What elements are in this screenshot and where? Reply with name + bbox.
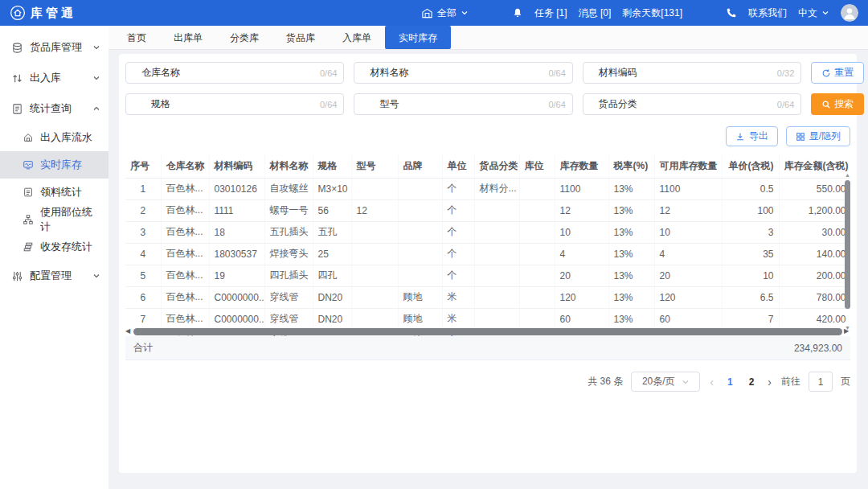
sidebar-item-usage-location-stats[interactable]: 使用部位统计 bbox=[0, 206, 108, 233]
list-icon bbox=[23, 187, 34, 198]
tab-outbound-order[interactable]: 出库单 bbox=[160, 26, 216, 49]
topbar: 库管通 全部 任务 [1] 消息 [0] 剩余天数[131] 联系我们 中文 bbox=[0, 0, 868, 26]
sidebar-item-send-receive-stats[interactable]: 收发存统计 bbox=[0, 233, 108, 261]
page-size-select[interactable]: 20条/页 bbox=[631, 372, 700, 392]
in-out-arrows-icon bbox=[11, 72, 23, 84]
vertical-scrollbar[interactable] bbox=[845, 180, 850, 309]
cell-amount: 140.00 bbox=[779, 243, 850, 265]
column-header: 规格 bbox=[313, 154, 351, 178]
tab-realtime-inventory[interactable]: 实时库存 bbox=[385, 26, 451, 49]
cell-brand bbox=[398, 221, 442, 243]
download-icon bbox=[735, 132, 745, 142]
table-row[interactable]: 5 百色林... 19 四孔插头 四孔 个 20 bbox=[125, 265, 850, 286]
model-input[interactable] bbox=[424, 94, 548, 114]
column-header: 库存数量 bbox=[555, 154, 608, 178]
page-number-2[interactable]: 2 bbox=[745, 376, 759, 388]
horizontal-scrollbar[interactable]: ◀ ▶ bbox=[125, 327, 850, 336]
spec-input[interactable] bbox=[195, 94, 320, 114]
sidebar-item-label: 实时库存 bbox=[40, 158, 82, 172]
cell-index: 3 bbox=[125, 221, 161, 243]
field-label: 材料编码 bbox=[583, 66, 653, 80]
show-hide-columns-button[interactable]: 显/隐列 bbox=[786, 126, 850, 146]
cell-available-qty: 20 bbox=[654, 265, 722, 286]
warehouse-name-input[interactable] bbox=[195, 63, 320, 83]
sidebar-item-goods-management[interactable]: 货品库管理 bbox=[0, 32, 108, 63]
sidebar-item-label: 货品库管理 bbox=[30, 40, 82, 55]
table-row[interactable]: 1 百色林... 03010126 自攻螺丝 M3×10 个 材料分... bbox=[125, 178, 850, 199]
tab-goods-library[interactable]: 货品库 bbox=[272, 26, 329, 49]
cell-location bbox=[519, 199, 555, 221]
material-code-field[interactable]: 材料编码 0/32 bbox=[583, 62, 801, 84]
cell-model bbox=[351, 265, 398, 286]
table-row[interactable]: 4 百色林... 18030537 焊接弯头 25 个 4 bbox=[125, 243, 850, 265]
cell-stock-qty: 12 bbox=[555, 199, 608, 221]
table-row[interactable]: 2 百色林... 1111 螺母一号 56 12 个 12 bbox=[125, 199, 850, 221]
column-header: 材料编码 bbox=[209, 154, 264, 178]
field-label: 仓库名称 bbox=[126, 66, 195, 80]
cell-warehouse: 百色林... bbox=[161, 265, 209, 286]
page-number-1[interactable]: 1 bbox=[723, 376, 737, 388]
column-header: 序号 bbox=[125, 154, 161, 178]
warehouse-name-field[interactable]: 仓库名称 0/64 bbox=[125, 62, 344, 84]
messages-link[interactable]: 消息 [0] bbox=[579, 6, 612, 20]
export-button[interactable]: 导出 bbox=[726, 126, 778, 146]
cell-material-code: 18030537 bbox=[209, 243, 264, 265]
sidebar: 货品库管理 出入库 统计查询 bbox=[0, 26, 108, 489]
column-header: 品牌 bbox=[398, 154, 442, 178]
sidebar-item-in-out[interactable]: 出入库 bbox=[0, 63, 108, 93]
search-button[interactable]: 搜索 bbox=[811, 93, 864, 115]
cell-tax-rate: 13% bbox=[608, 286, 654, 308]
spec-field[interactable]: 规格 0/64 bbox=[125, 93, 344, 115]
content-panel: 仓库名称 0/64 材料名称 0/64 材料编码 0/32 bbox=[119, 54, 857, 473]
material-name-field[interactable]: 材料名称 0/64 bbox=[354, 62, 572, 84]
cell-unit: 个 bbox=[442, 199, 474, 221]
tab-inbound-order[interactable]: 入库单 bbox=[329, 26, 385, 49]
cell-index: 1 bbox=[125, 178, 161, 199]
field-label: 型号 bbox=[354, 97, 424, 111]
sidebar-item-statistics[interactable]: 统计查询 bbox=[0, 93, 108, 124]
cell-warehouse: 百色林... bbox=[161, 199, 209, 221]
goods-category-field[interactable]: 货品分类 0/64 bbox=[583, 93, 801, 115]
cell-unit-price: 100 bbox=[722, 199, 779, 221]
warehouse-scope-selector[interactable]: 全部 bbox=[421, 6, 469, 20]
user-avatar[interactable] bbox=[841, 4, 858, 22]
horizontal-scroll-thumb[interactable] bbox=[133, 328, 842, 335]
cell-material-name: 穿线管 bbox=[264, 286, 313, 308]
material-name-input[interactable] bbox=[424, 63, 548, 83]
cell-category bbox=[474, 265, 519, 286]
scroll-left-arrow-icon[interactable]: ◀ bbox=[125, 327, 132, 336]
tasks-link[interactable]: 任务 [1] bbox=[534, 6, 567, 20]
contact-us-link[interactable]: 联系我们 bbox=[748, 6, 787, 20]
scroll-up-arrow-icon[interactable]: ▲ bbox=[845, 172, 850, 178]
table-row[interactable]: 6 百色林... C0000000... 穿线管 DN20 顾地 米 12 bbox=[125, 286, 850, 308]
sidebar-item-label: 统计查询 bbox=[30, 101, 72, 116]
field-label: 规格 bbox=[126, 97, 195, 111]
scroll-right-arrow-icon[interactable]: ▶ bbox=[844, 327, 850, 336]
model-field[interactable]: 型号 0/64 bbox=[354, 93, 572, 115]
sidebar-item-config-management[interactable]: 配置管理 bbox=[0, 261, 108, 291]
sidebar-item-label: 出入库流水 bbox=[40, 130, 92, 145]
prev-page-button[interactable]: ‹ bbox=[708, 376, 715, 388]
refresh-icon bbox=[821, 68, 831, 78]
cell-model bbox=[351, 221, 398, 243]
material-code-input[interactable] bbox=[653, 63, 777, 83]
tab-category-library[interactable]: 分类库 bbox=[216, 26, 272, 49]
language-selector[interactable]: 中文 bbox=[798, 6, 829, 20]
reset-button[interactable]: 重置 bbox=[811, 62, 864, 84]
goto-page-input[interactable] bbox=[809, 372, 833, 392]
cell-unit: 个 bbox=[442, 265, 474, 286]
sidebar-item-picking-stats[interactable]: 领料统计 bbox=[0, 179, 108, 206]
tab-home[interactable]: 首页 bbox=[113, 26, 160, 49]
column-header: 材料名称 bbox=[264, 154, 313, 178]
cell-category bbox=[474, 199, 519, 221]
sidebar-item-inout-flow[interactable]: 出入库流水 bbox=[0, 124, 108, 151]
sidebar-item-realtime-inventory[interactable]: 实时库存 bbox=[0, 151, 108, 179]
cell-location bbox=[519, 286, 555, 308]
bell-icon[interactable] bbox=[512, 7, 523, 18]
next-page-button[interactable]: › bbox=[766, 376, 773, 388]
logo-house-icon bbox=[10, 5, 26, 21]
cell-index: 4 bbox=[125, 243, 161, 265]
table-body: 1 百色林... 03010126 自攻螺丝 M3×10 个 材料分... bbox=[125, 178, 850, 336]
goods-category-input[interactable] bbox=[653, 94, 777, 114]
table-row[interactable]: 3 百色林... 18 五孔插头 五孔 个 10 bbox=[125, 221, 850, 243]
